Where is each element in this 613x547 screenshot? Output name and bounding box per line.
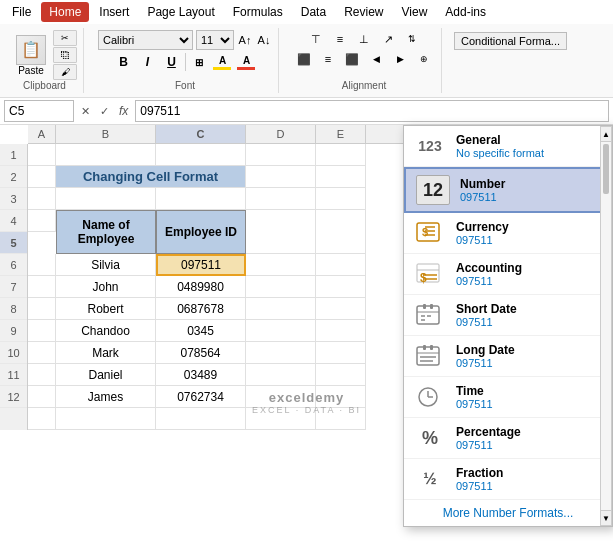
border-button[interactable]: ⊞	[188, 52, 210, 72]
menu-home[interactable]: Home	[41, 2, 89, 22]
cell-e9[interactable]	[316, 342, 366, 364]
cell-c5-selected[interactable]: 097511	[156, 254, 246, 276]
format-time-item[interactable]: Time 097511	[404, 377, 612, 418]
format-percentage-item[interactable]: % Percentage 097511	[404, 418, 612, 459]
cell-d8[interactable]	[246, 320, 316, 342]
underline-button[interactable]: U	[161, 52, 183, 72]
scroll-up-button[interactable]: ▲	[600, 126, 612, 142]
cell-b3[interactable]	[56, 188, 156, 210]
cell-d4[interactable]	[246, 210, 316, 254]
format-painter-button[interactable]: 🖌	[53, 64, 77, 80]
cell-b5[interactable]: Silvia	[56, 254, 156, 276]
cell-a7[interactable]	[28, 298, 56, 320]
cell-b4-header[interactable]: Name of Employee	[56, 210, 156, 254]
menu-insert[interactable]: Insert	[91, 2, 137, 22]
bold-button[interactable]: B	[113, 52, 135, 72]
cell-a2[interactable]	[28, 166, 56, 188]
increase-font-button[interactable]: A↑	[237, 32, 253, 48]
cell-d1[interactable]	[246, 144, 316, 166]
cell-d7[interactable]	[246, 298, 316, 320]
cell-d6[interactable]	[246, 276, 316, 298]
cell-e2[interactable]	[316, 166, 366, 188]
cell-e10[interactable]	[316, 364, 366, 386]
cell-a11[interactable]	[28, 386, 56, 408]
menu-formulas[interactable]: Formulas	[225, 2, 291, 22]
format-currency-item[interactable]: $ Currency 097511	[404, 213, 612, 254]
format-fraction-item[interactable]: ½ Fraction 097511	[404, 459, 612, 500]
menu-addins[interactable]: Add-ins	[437, 2, 494, 22]
copy-button[interactable]: ⿻	[53, 47, 77, 63]
menu-page-layout[interactable]: Page Layout	[139, 2, 222, 22]
cell-e6[interactable]	[316, 276, 366, 298]
scroll-thumb[interactable]	[603, 144, 609, 194]
menu-data[interactable]: Data	[293, 2, 334, 22]
col-header-c[interactable]: C	[156, 125, 246, 143]
cell-a3[interactable]	[28, 188, 56, 210]
cell-e8[interactable]	[316, 320, 366, 342]
increase-indent-button[interactable]: ▶	[389, 50, 411, 68]
cell-b6[interactable]: John	[56, 276, 156, 298]
decrease-indent-button[interactable]: ◀	[365, 50, 387, 68]
cell-d12[interactable]	[246, 408, 316, 430]
more-number-formats-button[interactable]: More Number Formats...	[404, 500, 612, 526]
menu-review[interactable]: Review	[336, 2, 391, 22]
cell-b10[interactable]: Daniel	[56, 364, 156, 386]
cell-d9[interactable]	[246, 342, 316, 364]
cell-b12[interactable]	[56, 408, 156, 430]
cell-c1[interactable]	[156, 144, 246, 166]
cell-a6[interactable]	[28, 276, 56, 298]
italic-button[interactable]: I	[137, 52, 159, 72]
scroll-down-button[interactable]: ▼	[600, 510, 612, 526]
align-left-button[interactable]: ⬛	[293, 50, 315, 68]
align-right-button[interactable]: ⬛	[341, 50, 363, 68]
cell-c9[interactable]: 078564	[156, 342, 246, 364]
wrap-text-button[interactable]: ⇅	[401, 30, 423, 48]
cell-a4[interactable]	[28, 210, 56, 232]
cell-c12[interactable]	[156, 408, 246, 430]
cell-e5[interactable]	[316, 254, 366, 276]
cut-button[interactable]: ✂	[53, 30, 77, 46]
cell-c10[interactable]: 03489	[156, 364, 246, 386]
conditional-format-button[interactable]: Conditional Forma...	[454, 32, 567, 50]
align-center-button[interactable]: ≡	[317, 50, 339, 68]
cell-a12[interactable]	[28, 408, 56, 430]
formula-input[interactable]	[135, 100, 609, 122]
cell-c8[interactable]: 0345	[156, 320, 246, 342]
cell-a1[interactable]	[28, 144, 56, 166]
format-accounting-item[interactable]: $ Accounting 097511	[404, 254, 612, 295]
cell-e4[interactable]	[316, 210, 366, 254]
cell-d2[interactable]	[246, 166, 316, 188]
cell-c3[interactable]	[156, 188, 246, 210]
align-bottom-button[interactable]: ⊥	[353, 30, 375, 48]
menu-view[interactable]: View	[394, 2, 436, 22]
cell-e3[interactable]	[316, 188, 366, 210]
menu-file[interactable]: File	[4, 2, 39, 22]
font-name-select[interactable]: Calibri	[98, 30, 193, 50]
rotate-text-button[interactable]: ↗	[377, 30, 399, 48]
format-number-item[interactable]: 12 Number 097511	[404, 167, 612, 213]
cell-a8[interactable]	[28, 320, 56, 342]
format-short-date-item[interactable]: Short Date 097511	[404, 295, 612, 336]
name-box[interactable]	[4, 100, 74, 122]
cell-b2-title[interactable]: Changing Cell Format	[56, 166, 246, 188]
decrease-font-button[interactable]: A↓	[256, 32, 272, 48]
cell-b9[interactable]: Mark	[56, 342, 156, 364]
cell-d11[interactable]	[246, 386, 316, 408]
merge-center-button[interactable]: ⊕	[413, 50, 435, 68]
align-middle-button[interactable]: ≡	[329, 30, 351, 48]
format-long-date-item[interactable]: Long Date 097511	[404, 336, 612, 377]
cell-c4-header[interactable]: Employee ID	[156, 210, 246, 254]
cell-c7[interactable]: 0687678	[156, 298, 246, 320]
cell-a10[interactable]	[28, 364, 56, 386]
cell-a9[interactable]	[28, 342, 56, 364]
cell-e7[interactable]	[316, 298, 366, 320]
cell-b1[interactable]	[56, 144, 156, 166]
fill-color-button[interactable]: A	[212, 52, 234, 72]
font-size-select[interactable]: 11	[196, 30, 234, 50]
font-color-button[interactable]: A	[236, 52, 258, 72]
cell-d5[interactable]	[246, 254, 316, 276]
format-general-item[interactable]: 123 General No specific format	[404, 126, 612, 167]
row-num-5[interactable]: 5	[0, 232, 27, 254]
cell-b7[interactable]: Robert	[56, 298, 156, 320]
paste-button[interactable]: 📋 Paste	[12, 33, 50, 78]
